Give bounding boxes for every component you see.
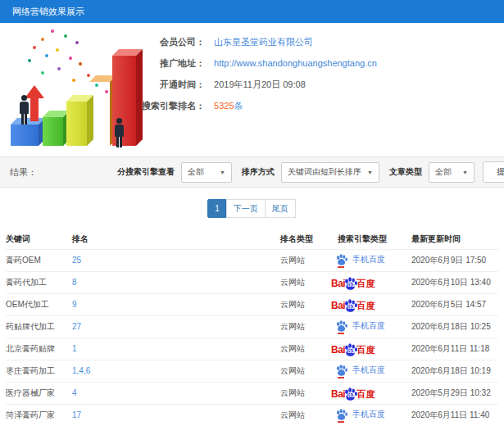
- filter-controls: 分搜索引擎查看 全部 ▼ 排序方式 关键词由短到长排序 ▼ 文章类型 全部 ▼ …: [117, 161, 504, 183]
- rank-cell: 27: [72, 315, 280, 338]
- info-row-url: 推广地址： http://www.shandonghuangshengtang.…: [107, 52, 377, 74]
- info-row-company: 会员公司： 山东皇圣堂药业有限公司: [107, 31, 377, 52]
- page-1-button[interactable]: 1: [207, 199, 227, 218]
- rank-type-cell: 云网站: [280, 315, 329, 338]
- keyword-cell: 膏药OEM: [6, 249, 72, 271]
- keyword-cell: OEM代加工: [6, 293, 72, 315]
- updated-cell: 2020年5月29日 10:32: [411, 382, 498, 404]
- baidu-du-text: du: [347, 392, 355, 398]
- submit-button[interactable]: 提交: [483, 161, 504, 183]
- rank-count-value: 5325: [214, 101, 234, 111]
- info-row-rank-count: 搜索引擎排名： 5325条: [107, 95, 377, 116]
- rank-type-cell: 云网站: [280, 404, 329, 426]
- table-row: 膏药代加工8云网站Baidu百度2020年6月10日 13:40: [6, 271, 498, 293]
- keyword-cell: 药贴牌代加工: [6, 315, 72, 338]
- keyword-cell: 菏泽膏药厂家: [6, 404, 72, 426]
- updated-cell: 2020年6月11日 11:40: [411, 404, 498, 426]
- baidu-paw-icon: [336, 254, 347, 265]
- sort-filter-label: 排序方式: [242, 166, 275, 178]
- baidu-logo: Baidu百度: [331, 277, 375, 288]
- pagination: 1 下一页 尾页: [0, 188, 504, 229]
- chevron-down-icon: ▼: [220, 170, 225, 175]
- businessman-figure-left: [18, 95, 30, 125]
- engine-type-cell: 手机百度: [329, 315, 411, 338]
- updated-cell: 2020年6月5日 14:57: [411, 293, 498, 315]
- engine-type-cell: 手机百度: [329, 249, 411, 271]
- rank-type-cell: 云网站: [280, 338, 329, 360]
- table-row: 膏药OEM25云网站手机百度2020年6月9日 17:50: [6, 249, 498, 271]
- result-label: 结果：: [10, 157, 37, 187]
- engine-filter-label: 分搜索引擎查看: [117, 166, 175, 178]
- chevron-down-icon: ▼: [462, 170, 468, 175]
- baidu-du-text: du: [347, 282, 355, 288]
- chevron-down-icon: ▼: [367, 170, 373, 175]
- baidu-logo: Baidu百度: [331, 387, 375, 399]
- baidu-cn-text: 百度: [356, 279, 375, 288]
- article-type-select[interactable]: 全部 ▼: [429, 162, 474, 183]
- keyword-cell: 医疗器械厂家: [6, 382, 72, 404]
- updated-cell: 2020年6月9日 17:50: [411, 249, 498, 271]
- table-row: 医疗器械厂家4云网站Baidu百度2020年5月29日 10:32: [6, 382, 498, 404]
- sort-select[interactable]: 关键词由短到长排序 ▼: [281, 162, 379, 183]
- updated-cell: 2020年6月18日 10:25: [411, 315, 498, 338]
- engine-type-cell: Baidu百度: [329, 382, 411, 404]
- rank-link[interactable]: 17: [72, 410, 81, 419]
- table-row: 北京膏药贴牌1云网站Baidu百度2020年6月11日 11:18: [6, 338, 498, 360]
- rank-link[interactable]: 27: [72, 322, 81, 331]
- company-info: 会员公司： 山东皇圣堂药业有限公司 推广地址： http://www.shand…: [107, 31, 377, 116]
- mobile-baidu-logo: 手机百度: [336, 409, 385, 420]
- promo-url-link[interactable]: http://www.shandonghuangshengtang.cn: [214, 58, 377, 68]
- chart-bar-green: [43, 117, 63, 146]
- rank-cell: 4: [72, 382, 280, 404]
- table-row: 枣庄膏药加工1,4,6云网站手机百度2020年6月18日 10:19: [6, 360, 498, 382]
- col-rank-type: 排名类型: [280, 229, 329, 249]
- keyword-cell: 北京膏药贴牌: [6, 338, 72, 360]
- engine-type-cell: Baidu百度: [329, 271, 411, 293]
- rank-cell: 9: [72, 293, 280, 315]
- mobile-baidu-label: 手机百度: [352, 254, 385, 265]
- chart-bar-blue: [11, 125, 39, 146]
- rank-link[interactable]: 4: [72, 388, 77, 397]
- rank-type-cell: 云网站: [280, 293, 329, 315]
- baidu-logo: Baidu百度: [331, 343, 375, 355]
- rank-count-label: 搜索引擎排名：: [107, 95, 205, 116]
- mobile-baidu-label: 手机百度: [352, 320, 385, 332]
- next-page-button[interactable]: 下一页: [226, 199, 266, 218]
- results-table: 关键词 排名 排名类型 搜索引擎类型 最新更新时间 膏药OEM25云网站手机百度…: [6, 229, 498, 426]
- rank-link[interactable]: 8: [72, 278, 77, 287]
- filter-bar: 结果： 分搜索引擎查看 全部 ▼ 排序方式 关键词由短到长排序 ▼ 文章类型 全…: [0, 156, 504, 188]
- info-row-open-time: 开通时间： 2019年11月20日 09:08: [107, 74, 377, 95]
- baidu-bai-text: Bai: [331, 301, 345, 310]
- engine-select[interactable]: 全部 ▼: [181, 162, 232, 183]
- baidu-cn-text: 百度: [356, 301, 375, 310]
- page-title: 网络营销效果展示: [12, 7, 84, 16]
- open-time-value: 2019年11月20日 09:08: [214, 79, 306, 89]
- keyword-cell: 枣庄膏药加工: [6, 360, 72, 382]
- rank-link[interactable]: 1,4,6: [72, 366, 90, 375]
- promo-url-label: 推广地址：: [107, 52, 205, 74]
- info-section: 会员公司： 山东皇圣堂药业有限公司 推广地址： http://www.shand…: [0, 23, 504, 156]
- mobile-baidu-underline: [338, 421, 344, 423]
- baidu-du-text: du: [347, 304, 355, 310]
- rank-type-cell: 云网站: [280, 360, 329, 382]
- chart-bar-yellow: [66, 102, 87, 146]
- mobile-baidu-underline: [338, 333, 344, 334]
- article-type-value: 全部: [435, 166, 452, 178]
- rank-cell: 8: [72, 271, 280, 293]
- mobile-baidu-logo: 手机百度: [336, 365, 385, 376]
- baidu-bai-text: Bai: [331, 389, 345, 399]
- rank-link[interactable]: 25: [72, 256, 81, 265]
- baidu-bai-text: Bai: [331, 279, 345, 288]
- rank-type-cell: 云网站: [280, 271, 329, 293]
- rank-link[interactable]: 9: [72, 300, 77, 309]
- company-name-link[interactable]: 山东皇圣堂药业有限公司: [214, 37, 313, 47]
- mobile-baidu-logo: 手机百度: [336, 254, 385, 265]
- table-row: OEM代加工9云网站Baidu百度2020年6月5日 14:57: [6, 293, 498, 315]
- last-page-button[interactable]: 尾页: [265, 199, 296, 218]
- rank-link[interactable]: 1: [72, 344, 77, 353]
- mobile-baidu-logo: 手机百度: [336, 320, 385, 332]
- confetti-decoration: [0, 26, 3, 29]
- baidu-bai-text: Bai: [331, 345, 345, 355]
- col-engine-type: 搜索引擎类型: [329, 229, 411, 249]
- table-row: 菏泽膏药厂家17云网站手机百度2020年6月11日 11:40: [6, 404, 498, 426]
